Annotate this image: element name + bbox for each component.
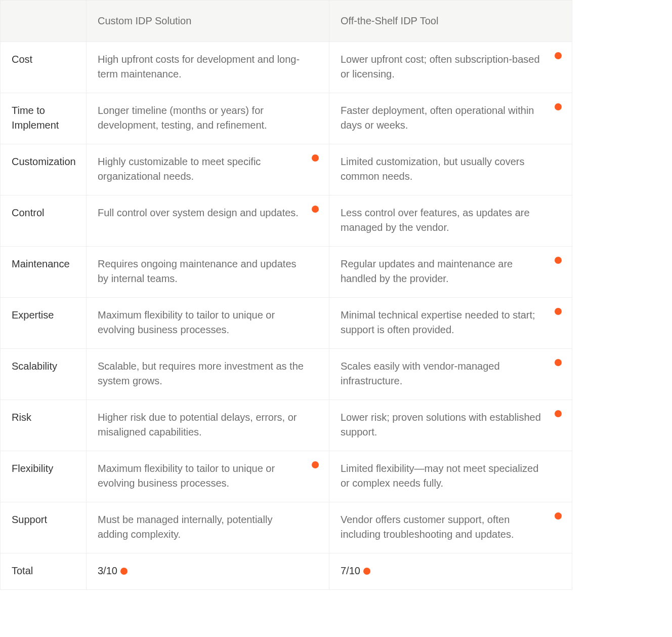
cell-custom: High upfront costs for development and l… [87,42,329,93]
cell-off: Regular updates and maintenance are hand… [329,247,572,298]
cell-off: Vendor offers customer support, often in… [329,502,572,553]
cell-off: Scales easily with vendor-managed infras… [329,349,572,400]
table-row: MaintenanceRequires ongoing maintenance … [1,247,572,298]
cell-text: Maximum flexibility to tailor to unique … [98,309,275,335]
cell-off: Less control over features, as updates a… [329,195,572,247]
row-label: Risk [1,400,87,451]
cell-text: Less control over features, as updates a… [341,207,530,233]
row-label: Cost [1,42,87,93]
cell-text: Highly customizable to meet specific org… [98,156,261,182]
table-row: ScalabilityScalable, but requires more i… [1,349,572,400]
table-header-row: Custom IDP Solution Off-the-Shelf IDP To… [1,1,572,42]
cell-text: Scales easily with vendor-managed infras… [341,361,500,386]
cell-custom: Longer timeline (months or years) for de… [87,93,329,144]
total-row: Total3/107/10 [1,553,572,590]
cell-text: Requires ongoing maintenance and updates… [98,258,297,284]
winner-dot-icon [555,359,562,366]
cell-text: Higher risk due to potential delays, err… [98,412,297,437]
winner-dot-icon [555,512,562,520]
cell-text: Longer timeline (months or years) for de… [98,105,267,131]
cell-off: Minimal technical expertise needed to st… [329,298,572,349]
total-score: 7/10 [341,565,360,576]
cell-text: Must be managed internally, potentially … [98,514,272,540]
cell-custom: Higher risk due to potential delays, err… [87,400,329,451]
cell-custom: Scalable, but requires more investment a… [87,349,329,400]
header-empty [1,1,87,42]
row-label: Maintenance [1,247,87,298]
winner-dot-icon [555,257,562,264]
winner-dot-icon [312,206,319,213]
table-row: CostHigh upfront costs for development a… [1,42,572,93]
total-cell-custom: 3/10 [87,553,329,590]
table-row: SupportMust be managed internally, poten… [1,502,572,553]
cell-custom: Must be managed internally, potentially … [87,502,329,553]
cell-text: Limited flexibility—may not meet special… [341,463,538,489]
total-label: Total [1,553,87,590]
table-row: Time to ImplementLonger timeline (months… [1,93,572,144]
row-label: Time to Implement [1,93,87,144]
cell-text: Full control over system design and upda… [98,207,299,218]
row-label: Flexibility [1,451,87,502]
cell-text: Maximum flexibility to tailor to unique … [98,463,275,489]
cell-text: High upfront costs for development and l… [98,54,300,79]
row-label: Scalability [1,349,87,400]
cell-text: Lower upfront cost; often subscription-b… [341,54,540,79]
cell-text: Vendor offers customer support, often in… [341,514,514,540]
row-label: Control [1,195,87,247]
cell-off: Limited customization, but usually cover… [329,144,572,195]
row-label: Support [1,502,87,553]
winner-dot-icon [555,103,562,110]
cell-off: Limited flexibility—may not meet special… [329,451,572,502]
cell-custom: Maximum flexibility to tailor to unique … [87,451,329,502]
header-custom: Custom IDP Solution [87,1,329,42]
cell-text: Scalable, but requires more investment a… [98,361,304,386]
cell-custom: Maximum flexibility to tailor to unique … [87,298,329,349]
table-row: ControlFull control over system design a… [1,195,572,247]
cell-custom: Requires ongoing maintenance and updates… [87,247,329,298]
cell-text: Limited customization, but usually cover… [341,156,525,182]
row-label: Customization [1,144,87,195]
winner-dot-icon [555,410,562,417]
comparison-table: Custom IDP Solution Off-the-Shelf IDP To… [0,0,572,590]
cell-off: Faster deployment, often operational wit… [329,93,572,144]
row-label: Expertise [1,298,87,349]
total-score: 3/10 [98,565,117,576]
winner-dot-icon [555,308,562,315]
winner-dot-icon [312,154,319,162]
table-row: FlexibilityMaximum flexibility to tailor… [1,451,572,502]
table-row: RiskHigher risk due to potential delays,… [1,400,572,451]
cell-off: Lower upfront cost; often subscription-b… [329,42,572,93]
total-dot-icon [363,568,370,575]
total-cell-off: 7/10 [329,553,572,590]
cell-off: Lower risk; proven solutions with establ… [329,400,572,451]
winner-dot-icon [555,52,562,59]
cell-text: Minimal technical expertise needed to st… [341,309,535,335]
total-dot-icon [120,568,128,575]
winner-dot-icon [312,461,319,468]
cell-custom: Full control over system design and upda… [87,195,329,247]
table-row: ExpertiseMaximum flexibility to tailor t… [1,298,572,349]
header-off: Off-the-Shelf IDP Tool [329,1,572,42]
cell-text: Faster deployment, often operational wit… [341,105,534,131]
cell-text: Lower risk; proven solutions with establ… [341,412,541,437]
cell-custom: Highly customizable to meet specific org… [87,144,329,195]
table-row: CustomizationHighly customizable to meet… [1,144,572,195]
cell-text: Regular updates and maintenance are hand… [341,258,513,284]
